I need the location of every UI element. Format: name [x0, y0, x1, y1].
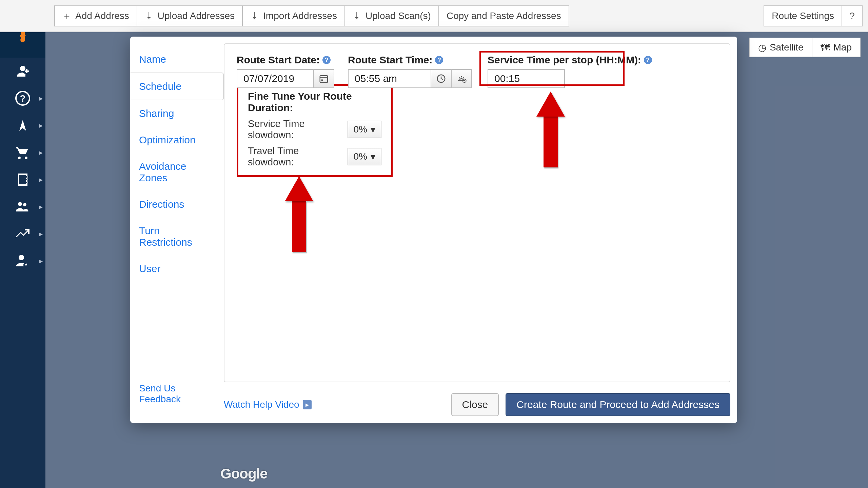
- routes-arrow-icon: [15, 117, 31, 134]
- chart-arrow-icon: [15, 226, 31, 242]
- add-address-label: Add Address: [75, 11, 129, 21]
- tab-user[interactable]: User: [130, 256, 224, 282]
- start-date-label: Route Start Date:: [237, 54, 320, 66]
- tab-turn[interactable]: Turn Restrictions: [130, 218, 224, 256]
- help-icon[interactable]: ?: [644, 56, 652, 64]
- sidebar-item-help[interactable]: ? ▸: [0, 85, 45, 112]
- help-circle-icon: ?: [15, 90, 31, 106]
- service-slowdown-label: Service Time slowdown:: [248, 118, 341, 141]
- service-slowdown-value: 0%: [354, 124, 367, 135]
- sunrise-button[interactable]: [452, 69, 472, 88]
- top-toolbar: ＋ Add Address ⭳ Upload Addresses ⭳ Impor…: [0, 0, 868, 32]
- svg-rect-10: [321, 80, 323, 81]
- upload-scan-icon: ⭳: [353, 12, 361, 20]
- service-slowdown-dropdown[interactable]: 0% ▾: [348, 121, 381, 138]
- service-time-input[interactable]: [488, 69, 565, 88]
- map-map-button[interactable]: 🗺 Map: [812, 38, 860, 57]
- route-settings-modal: Name Schedule Sharing Optimization Avoid…: [130, 37, 737, 423]
- sidebar-item-orders[interactable]: ▸: [0, 139, 45, 166]
- upload-scans-button[interactable]: ⭳ Upload Scan(s): [345, 5, 439, 26]
- tab-optimization[interactable]: Optimization: [130, 127, 224, 153]
- left-sidebar: ? ▸ ▸ ▸ ▸ ▸ ▸ ▸: [0, 0, 45, 488]
- route-settings-button[interactable]: Route Settings: [764, 5, 842, 26]
- create-route-button[interactable]: Create Route and Proceed to Add Addresse…: [506, 393, 730, 416]
- create-route-label: Create Route and Proceed to Add Addresse…: [516, 399, 719, 410]
- sidebar-item-address-book[interactable]: ▸: [0, 166, 45, 193]
- map-label: Map: [833, 42, 852, 53]
- help-video-link[interactable]: Watch Help Video ▸: [224, 399, 312, 410]
- close-label: Close: [462, 399, 488, 410]
- route-start-time-field: Route Start Time: ?: [348, 54, 472, 88]
- tab-schedule[interactable]: Schedule: [130, 73, 224, 100]
- travel-slowdown-value: 0%: [354, 151, 367, 162]
- tab-directions[interactable]: Directions: [130, 191, 224, 218]
- modal-tabs: Name Schedule Sharing Optimization Avoid…: [130, 37, 224, 423]
- upload-addresses-label: Upload Addresses: [158, 11, 235, 21]
- upload-scans-label: Upload Scan(s): [366, 11, 431, 21]
- user-gear-icon: [15, 253, 31, 269]
- sidebar-item-add-user[interactable]: [0, 58, 45, 85]
- calendar-icon: [319, 74, 329, 84]
- route-start-date-field: Route Start Date: ?: [237, 54, 334, 88]
- svg-rect-9: [320, 76, 328, 82]
- fine-tune-title: Fine Tune Your Route Duration:: [248, 90, 381, 114]
- help-icon[interactable]: ?: [435, 56, 443, 64]
- clock-icon: [436, 74, 446, 84]
- help-icon[interactable]: ?: [322, 56, 331, 64]
- address-book-icon: [15, 171, 31, 188]
- start-date-input[interactable]: [237, 69, 314, 88]
- modal-content: Route Start Date: ? Route Start Time: ?: [224, 43, 730, 382]
- map-type-toggle: ◷ Satellite 🗺 Map: [749, 38, 861, 57]
- sidebar-item-team[interactable]: ▸: [0, 193, 45, 220]
- chevron-down-icon: ▾: [371, 124, 375, 135]
- svg-point-6: [18, 202, 22, 206]
- tab-name[interactable]: Name: [130, 46, 224, 73]
- svg-text:?: ?: [20, 93, 25, 104]
- service-time-label: Service Time per stop (HH:MM):: [488, 54, 641, 66]
- sidebar-item-account[interactable]: ▸: [0, 247, 45, 274]
- sunrise-icon: [456, 74, 467, 84]
- route-settings-label: Route Settings: [772, 11, 834, 21]
- chevron-down-icon: ▾: [371, 151, 375, 162]
- copy-paste-label: Copy and Paste Addresses: [447, 11, 561, 21]
- add-address-button[interactable]: ＋ Add Address: [54, 5, 137, 26]
- modal-footer: Watch Help Video ▸ Close Create Route an…: [224, 393, 730, 416]
- map-icon: 🗺: [821, 42, 830, 53]
- import-icon: ⭳: [250, 12, 259, 20]
- annotation-arrow: [285, 176, 313, 252]
- tab-avoidance[interactable]: Avoidance Zones: [130, 153, 224, 191]
- calendar-button[interactable]: [314, 69, 334, 88]
- google-watermark: Google: [220, 466, 268, 482]
- import-addresses-label: Import Addresses: [263, 11, 337, 21]
- copy-paste-button[interactable]: Copy and Paste Addresses: [439, 5, 569, 26]
- team-vehicle-icon: [15, 199, 31, 215]
- svg-point-7: [23, 203, 26, 206]
- user-plus-icon: [15, 63, 31, 79]
- travel-slowdown-label: Travel Time slowdown:: [248, 145, 341, 168]
- play-icon: ▸: [303, 400, 312, 409]
- help-icon: ?: [848, 12, 856, 20]
- upload-addresses-button[interactable]: ⭳ Upload Addresses: [137, 5, 243, 26]
- cart-icon: [15, 144, 31, 161]
- sidebar-item-analytics[interactable]: ▸: [0, 220, 45, 247]
- toolbar-help-button[interactable]: ?: [842, 5, 863, 26]
- start-time-label: Route Start Time:: [348, 54, 432, 66]
- annotation-arrow: [537, 92, 564, 167]
- feedback-link[interactable]: Send Us Feedback: [139, 383, 215, 405]
- tab-sharing[interactable]: Sharing: [130, 100, 224, 127]
- service-time-field: Service Time per stop (HH:MM): ?: [488, 54, 652, 88]
- sidebar-item-routes[interactable]: ▸: [0, 112, 45, 139]
- svg-point-8: [19, 255, 24, 260]
- start-time-input[interactable]: [348, 69, 431, 88]
- close-button[interactable]: Close: [451, 393, 499, 416]
- satellite-label: Satellite: [770, 42, 804, 53]
- import-addresses-button[interactable]: ⭳ Import Addresses: [243, 5, 345, 26]
- map-satellite-button[interactable]: ◷ Satellite: [750, 38, 812, 57]
- upload-icon: ⭳: [145, 12, 154, 20]
- plus-icon: ＋: [62, 12, 71, 20]
- help-video-label: Watch Help Video: [224, 399, 299, 410]
- globe-icon: ◷: [758, 42, 766, 53]
- clock-button[interactable]: [431, 69, 452, 88]
- travel-slowdown-dropdown[interactable]: 0% ▾: [348, 148, 381, 165]
- fine-tune-section: Fine Tune Your Route Duration: Service T…: [237, 84, 393, 177]
